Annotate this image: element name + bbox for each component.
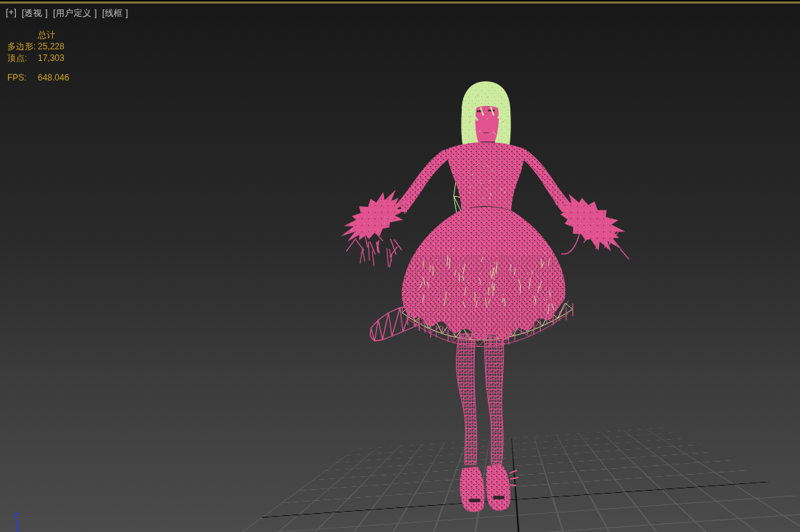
z-axis-label: Z	[14, 511, 19, 520]
mouth	[483, 132, 489, 134]
left-shoe-slit	[469, 499, 481, 502]
left-shoe	[460, 467, 484, 512]
viewport-menu-general[interactable]: [+]	[6, 7, 17, 20]
perspective-viewport[interactable]: [+] [透视 ] [用户定义 ] [线框 ] 总计 多边形: 25,228 顶…	[0, 0, 800, 532]
stats-total-header: 总计	[38, 29, 69, 41]
right-shoe-slit	[493, 496, 505, 499]
fps-label: FPS:	[7, 72, 38, 83]
character-model[interactable]	[341, 81, 629, 512]
active-viewport-border	[0, 1, 800, 4]
fps-value: 648.046	[38, 72, 69, 83]
left-sleeve	[397, 150, 452, 214]
viewport-label-menus: [+] [透视 ] [用户定义 ] [线框 ]	[6, 7, 128, 20]
right-shoe-fringe	[510, 470, 518, 486]
right-shoe	[486, 465, 511, 511]
vertices-label: 顶点:	[7, 52, 38, 64]
skirt	[401, 207, 573, 350]
viewport-menu-point-of-view[interactable]: [透视 ]	[22, 7, 48, 20]
polygons-label: 多边形:	[7, 41, 38, 52]
z-axis-line	[17, 520, 18, 532]
right-leg	[485, 334, 504, 465]
world-axis-gizmo: Z	[13, 510, 29, 532]
polygons-value: 25,228	[38, 41, 65, 52]
scene-canvas	[0, 0, 800, 532]
right-sleeve	[520, 150, 571, 214]
statistics-overlay: 总计 多边形: 25,228 顶点: 17,303 FPS: 648.046	[7, 29, 69, 83]
legs	[457, 334, 518, 512]
viewport-menu-user-defined[interactable]: [用户定义 ]	[53, 7, 97, 20]
torso-bodice	[446, 142, 526, 217]
vertices-value: 17,303	[38, 52, 65, 64]
left-leg	[457, 334, 477, 465]
viewport-menu-shading[interactable]: [线框 ]	[102, 7, 128, 20]
